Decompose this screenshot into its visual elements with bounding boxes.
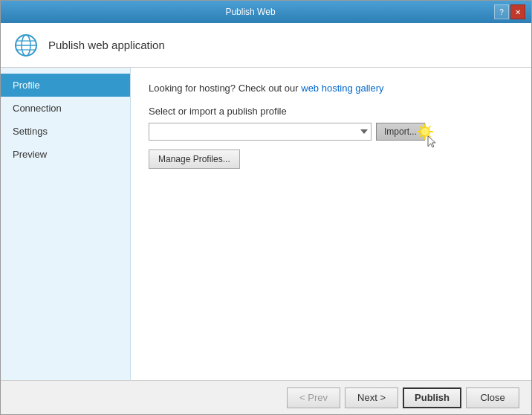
svg-line-14 <box>429 135 430 137</box>
header-title: Publish web application <box>48 39 165 51</box>
footer: < Prev Next > Publish Close <box>1 380 531 414</box>
manage-profiles-row: Manage Profiles... <box>149 149 513 169</box>
close-button[interactable]: Close <box>466 387 519 408</box>
hosting-text: Looking for hosting? Check out our <box>149 83 301 94</box>
profile-row: Import... <box>149 123 513 141</box>
window-title: Publish Web <box>7 7 494 17</box>
hosting-line: Looking for hosting? Check out our web h… <box>149 83 513 94</box>
svg-marker-15 <box>428 136 435 147</box>
sidebar: Profile Connection Settings Preview <box>1 68 131 380</box>
sidebar-item-profile[interactable]: Profile <box>1 74 130 97</box>
svg-line-12 <box>429 126 430 128</box>
help-button[interactable]: ? <box>494 4 509 19</box>
publish-web-window: Publish Web ? ✕ Publish web application … <box>0 0 532 415</box>
profile-dropdown[interactable] <box>149 123 372 141</box>
prev-button[interactable]: < Prev <box>287 387 340 408</box>
title-bar-controls: ? ✕ <box>494 4 525 19</box>
sidebar-item-connection-label: Connection <box>13 103 62 114</box>
web-hosting-gallery-link[interactable]: web hosting gallery <box>301 83 383 94</box>
content-area: Profile Connection Settings Preview Look… <box>1 68 531 380</box>
sidebar-item-settings-label: Settings <box>13 126 48 137</box>
manage-profiles-button[interactable]: Manage Profiles... <box>149 149 240 169</box>
sidebar-item-connection[interactable]: Connection <box>1 97 130 120</box>
sidebar-item-settings[interactable]: Settings <box>1 120 130 143</box>
title-bar: Publish Web ? ✕ <box>1 1 531 23</box>
publish-button[interactable]: Publish <box>403 387 461 408</box>
main-panel: Looking for hosting? Check out our web h… <box>131 68 531 380</box>
sidebar-item-profile-label: Profile <box>13 80 40 91</box>
sidebar-item-preview[interactable]: Preview <box>1 143 130 166</box>
window-close-button[interactable]: ✕ <box>510 4 525 19</box>
import-btn-container: Import... <box>376 123 425 141</box>
header-bar: Publish web application <box>1 23 531 68</box>
next-button[interactable]: Next > <box>345 387 398 408</box>
import-button[interactable]: Import... <box>376 123 425 141</box>
select-profile-label: Select or import a publish profile <box>149 106 513 117</box>
sidebar-item-preview-label: Preview <box>13 149 47 160</box>
globe-icon <box>13 32 39 59</box>
